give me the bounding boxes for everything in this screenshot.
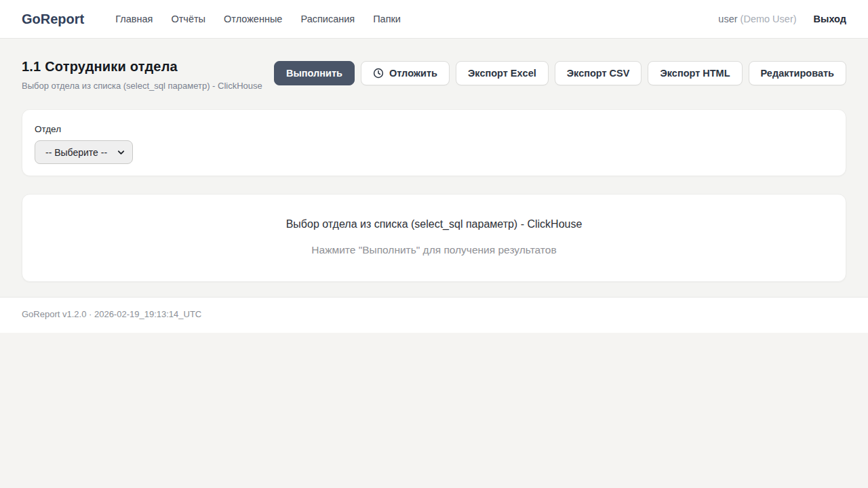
nav-item-deferred[interactable]: Отложенные — [224, 14, 282, 24]
export-html-label: Экспорт HTML — [660, 68, 730, 79]
department-select[interactable]: -- Выберите -- — [35, 140, 133, 164]
clock-icon — [373, 68, 384, 79]
defer-button[interactable]: Отложить — [361, 61, 450, 85]
empty-background — [0, 333, 868, 488]
nav-item-home[interactable]: Главная — [115, 14, 153, 24]
export-excel-label: Экспорт Excel — [468, 68, 536, 79]
export-csv-button[interactable]: Экспорт CSV — [555, 61, 642, 85]
results-card: Выбор отдела из списка (select_sql парам… — [22, 194, 846, 282]
nav-item-reports[interactable]: Отчёты — [171, 14, 205, 24]
report-title-block: 1.1 Сотрудники отдела Выбор отдела из сп… — [22, 59, 262, 91]
edit-button[interactable]: Редактировать — [749, 61, 846, 85]
top-nav-bar: GoReport Главная Отчёты Отложенные Распи… — [0, 0, 868, 39]
user-login: user — [718, 14, 737, 24]
nav-item-schedules[interactable]: Расписания — [300, 14, 355, 24]
main-nav: Главная Отчёты Отложенные Расписания Пап… — [115, 14, 401, 24]
export-html-button[interactable]: Экспорт HTML — [648, 61, 742, 85]
department-select-wrap: -- Выберите -- — [35, 140, 133, 164]
export-excel-button[interactable]: Экспорт Excel — [456, 61, 549, 85]
user-display-name: (Demo User) — [741, 14, 797, 24]
goreport-app: GoReport Главная Отчёты Отложенные Распи… — [0, 0, 868, 488]
topbar-right: user (Demo User) Выход — [718, 14, 846, 24]
results-description: Выбор отдела из списка (select_sql парам… — [39, 218, 829, 230]
department-label: Отдел — [35, 124, 833, 134]
report-page: 1.1 Сотрудники отдела Выбор отдела из сп… — [0, 39, 868, 297]
export-csv-label: Экспорт CSV — [567, 68, 630, 79]
footer-version-text: GoReport v1.2.0 · 2026-02-19_19:13:14_UT… — [22, 309, 846, 319]
run-button[interactable]: Выполнить — [274, 61, 355, 85]
defer-button-label: Отложить — [389, 68, 437, 79]
parameters-card: Отдел -- Выберите -- — [22, 109, 846, 176]
current-user: user (Demo User) — [718, 14, 796, 24]
logout-link[interactable]: Выход — [814, 14, 846, 24]
nav-item-folders[interactable]: Папки — [373, 14, 401, 24]
report-subtitle: Выбор отдела из списка (select_sql парам… — [22, 81, 262, 91]
report-title: 1.1 Сотрудники отдела — [22, 59, 262, 75]
report-header: 1.1 Сотрудники отдела Выбор отдела из сп… — [22, 59, 846, 91]
run-button-label: Выполнить — [286, 68, 342, 79]
report-toolbar: Выполнить Отложить Экспорт Excel Экспо — [274, 61, 846, 85]
brand-logo[interactable]: GoReport — [22, 12, 84, 27]
edit-button-label: Редактировать — [761, 68, 834, 79]
results-hint: Нажмите "Выполнить" для получения резуль… — [39, 244, 829, 256]
footer: GoReport v1.2.0 · 2026-02-19_19:13:14_UT… — [0, 297, 868, 333]
